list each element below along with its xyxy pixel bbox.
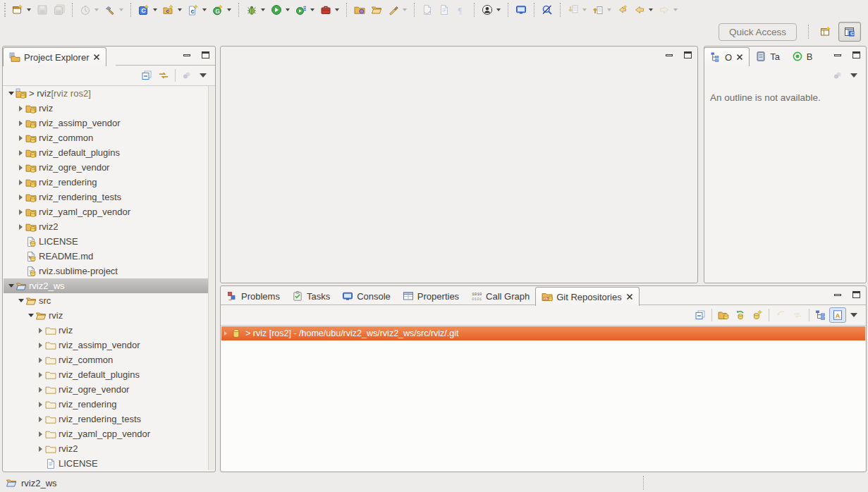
- layout-toggle-button[interactable]: A: [829, 307, 846, 323]
- tree-item-rviz[interactable]: rviz: [4, 308, 209, 323]
- maximize-button[interactable]: [850, 50, 862, 60]
- open-type-button[interactable]: [351, 1, 368, 18]
- cpp-perspective-button[interactable]: C: [838, 22, 861, 42]
- new-c-folder-button[interactable]: c: [160, 1, 177, 18]
- tab-properties[interactable]: Properties: [396, 286, 465, 305]
- debug-bug-dropdown[interactable]: [261, 8, 265, 11]
- expander-open-icon[interactable]: [26, 314, 35, 317]
- tab-tasks[interactable]: Tasks: [286, 286, 336, 305]
- tree-item-rviz2-ws[interactable]: rviz2_ws: [4, 278, 209, 293]
- tab-project-explorer[interactable]: Project Explorer: [3, 47, 106, 66]
- focus-dots-button[interactable]: [178, 68, 195, 83]
- back-arrow-dropdown[interactable]: [649, 8, 653, 11]
- prev-annotation-dropdown[interactable]: [607, 8, 611, 11]
- user-account-button[interactable]: [479, 1, 496, 18]
- next-annotation-dropdown[interactable]: [582, 8, 587, 11]
- tab-o[interactable]: O: [704, 47, 750, 66]
- focus-dots-button[interactable]: [829, 68, 846, 83]
- next-annotation-button[interactable]: [565, 1, 582, 18]
- back-arrow-button[interactable]: [631, 1, 648, 18]
- user-account-dropdown[interactable]: [496, 8, 501, 11]
- open-doc-button[interactable]: [436, 1, 453, 18]
- expander-closed-icon[interactable]: [36, 446, 45, 452]
- profile-run-dropdown[interactable]: [310, 8, 314, 11]
- tree-item-rviz-rendering[interactable]: rviz_rendering: [4, 175, 209, 190]
- expander-closed-icon[interactable]: [36, 417, 45, 422]
- close-icon[interactable]: [736, 54, 743, 61]
- expander-closed-icon[interactable]: [16, 106, 25, 111]
- tree-item-rviz-ogre-vendor[interactable]: rviz_ogre_vendor: [4, 382, 209, 397]
- tree-item-rviz-common[interactable]: rviz_common: [4, 352, 209, 367]
- tree-item-rviz[interactable]: rviz: [4, 323, 209, 338]
- expander-closed-icon[interactable]: [16, 121, 25, 126]
- expander-closed-icon[interactable]: [36, 372, 45, 378]
- link-editor-button[interactable]: [155, 68, 172, 83]
- new-c-file-button[interactable]: c: [185, 1, 202, 18]
- collapse-all-button[interactable]: [692, 307, 709, 323]
- external-tools-button[interactable]: [385, 1, 402, 18]
- expander-closed-icon[interactable]: [36, 402, 45, 407]
- build-hammer-button[interactable]: [102, 1, 118, 18]
- minimize-button[interactable]: [181, 50, 192, 60]
- maximize-button[interactable]: [850, 290, 862, 300]
- forward-arrow-button[interactable]: [656, 1, 673, 18]
- status-separator[interactable]: [643, 476, 644, 490]
- new-c-project-button[interactable]: C: [135, 1, 152, 18]
- view-menu-icon[interactable]: [200, 73, 207, 78]
- clone-repo-button[interactable]: [732, 307, 749, 323]
- debug-bug-button[interactable]: [243, 1, 260, 18]
- green-badge-dropdown[interactable]: [227, 8, 231, 11]
- expander-closed-icon[interactable]: [16, 224, 25, 230]
- view-menu-icon[interactable]: [850, 73, 857, 78]
- quick-access-button[interactable]: Quick Access: [719, 23, 797, 41]
- tree-item-rviz2[interactable]: rviz2: [4, 219, 209, 234]
- tab-console[interactable]: Console: [336, 286, 397, 305]
- close-icon[interactable]: [93, 54, 100, 61]
- tree-item-rviz-yaml-cpp-vendor[interactable]: rviz_yaml_cpp_vendor: [4, 426, 209, 441]
- tree-item-rviz-default-plugins[interactable]: rviz_default_plugins: [4, 145, 209, 160]
- run-dropdown[interactable]: [286, 8, 290, 11]
- refresh-doc-button[interactable]: [419, 1, 436, 18]
- git-repository-row[interactable]: > rviz [ros2] - /home/ubu/rviz2_ws/rviz2…: [221, 326, 865, 340]
- expander-icon[interactable]: [224, 331, 227, 336]
- tree-item-src[interactable]: src: [4, 293, 209, 308]
- expander-closed-icon[interactable]: [16, 195, 25, 200]
- tree-item-rviz-rendering[interactable]: rviz_rendering: [4, 397, 209, 412]
- tab-b[interactable]: B: [786, 47, 819, 66]
- expander-closed-icon[interactable]: [16, 150, 25, 156]
- expander-open-icon[interactable]: [16, 299, 25, 302]
- tree-item-license[interactable]: LICENSE: [4, 234, 209, 249]
- run-button[interactable]: [268, 1, 285, 18]
- expander-closed-icon[interactable]: [36, 357, 45, 363]
- tab-call-graph[interactable]: 10100101Call Graph: [465, 286, 536, 305]
- push-button[interactable]: [789, 307, 806, 323]
- view-menu-icon[interactable]: [850, 313, 857, 317]
- expander-closed-icon[interactable]: [16, 135, 25, 141]
- new-c-project-dropdown[interactable]: [153, 8, 157, 11]
- terminal-button[interactable]: [513, 1, 530, 18]
- create-repo-button[interactable]: [749, 307, 766, 323]
- expander-closed-icon[interactable]: [36, 431, 45, 437]
- minimize-button[interactable]: [832, 50, 843, 60]
- maximize-button[interactable]: [682, 50, 693, 60]
- open-resource-button[interactable]: [368, 1, 385, 18]
- scrollbar[interactable]: [208, 86, 214, 470]
- minimize-button[interactable]: [832, 290, 843, 300]
- tab-ta[interactable]: Ta: [749, 47, 786, 66]
- tree-item-readme-md[interactable]: wREADME.md: [4, 249, 209, 264]
- expander-closed-icon[interactable]: [36, 343, 45, 348]
- search-toggle-button[interactable]: [539, 1, 556, 18]
- tree-item-rviz-yaml-cpp-vendor[interactable]: rviz_yaml_cpp_vendor: [4, 204, 209, 219]
- stopwatch-dropdown[interactable]: [94, 8, 99, 11]
- profile-run-button[interactable]: [293, 1, 310, 18]
- last-edit-location-button[interactable]: [614, 1, 631, 18]
- tab-problems[interactable]: Problems: [220, 286, 286, 305]
- external-tools-dropdown[interactable]: [403, 8, 407, 11]
- pilcrow-button[interactable]: ¶: [453, 1, 470, 18]
- add-repo-button[interactable]: [715, 307, 732, 323]
- fetch-button[interactable]: [772, 307, 789, 323]
- tree-item-rviz2[interactable]: rviz2: [4, 441, 209, 456]
- new-wizard-button[interactable]: [9, 1, 26, 18]
- coverage-button[interactable]: [317, 1, 334, 18]
- branch-hierarchy-button[interactable]: [812, 307, 829, 323]
